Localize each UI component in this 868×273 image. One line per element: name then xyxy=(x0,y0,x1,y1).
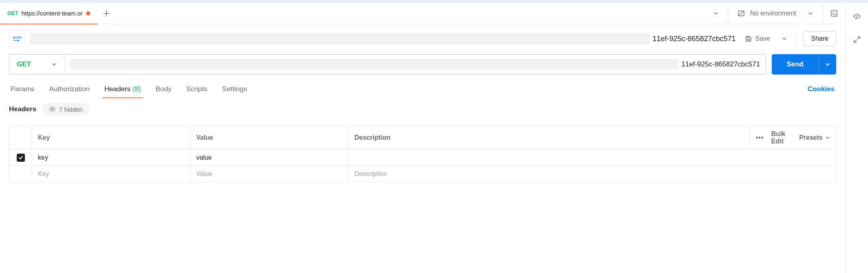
header-key-col: Key xyxy=(32,126,190,149)
tab-body[interactable]: Body xyxy=(154,82,173,98)
svg-text:HTTP: HTTP xyxy=(13,36,22,40)
request-tab[interactable]: GET https://content-team.or xyxy=(0,3,97,24)
tab-authorization[interactable]: Authorization xyxy=(48,82,91,98)
empty-value-input[interactable]: Value xyxy=(190,166,349,182)
chevron-down-icon xyxy=(51,62,57,67)
url-redacted xyxy=(71,59,678,70)
header-actions: ••• Bulk Edit Presets xyxy=(750,126,836,149)
row-value-input[interactable]: value xyxy=(190,150,349,165)
plus-icon xyxy=(103,10,110,17)
chevron-down-icon xyxy=(713,11,719,16)
table-empty-row: Key Value Description xyxy=(9,166,836,182)
chevron-down-icon xyxy=(808,11,813,16)
send-label: Send xyxy=(786,60,804,68)
tab-settings[interactable]: Settings xyxy=(220,82,248,98)
send-button-group: Send xyxy=(772,54,836,75)
url-suffix: 11ef-925c-865827cbc571 xyxy=(682,60,760,68)
environment-selector[interactable]: No environment xyxy=(728,3,822,24)
tab-bar: GET https://content-team.or No environme… xyxy=(0,3,845,24)
request-title[interactable]: 11ef-925c-865827cbc571 xyxy=(30,33,736,44)
chevron-down-icon xyxy=(825,135,830,140)
tabs-dropdown[interactable] xyxy=(704,11,728,16)
table-row: key value xyxy=(9,150,836,166)
eye-icon xyxy=(49,106,56,113)
variables-icon xyxy=(830,9,838,18)
new-tab-button[interactable] xyxy=(97,10,115,17)
save-dropdown[interactable] xyxy=(779,33,790,45)
environment-quicklook[interactable] xyxy=(822,3,845,24)
table-header-row: Key Value Description ••• Bulk Edit Pres… xyxy=(9,126,836,150)
headers-table: Key Value Description ••• Bulk Edit Pres… xyxy=(9,126,836,183)
svg-point-3 xyxy=(51,108,53,110)
tab-headers[interactable]: Headers (8) xyxy=(103,82,143,98)
more-icon[interactable]: ••• xyxy=(756,134,764,141)
cookies-link[interactable]: Cookies xyxy=(806,82,836,98)
no-environment-icon xyxy=(737,9,745,18)
row-checkbox[interactable] xyxy=(17,154,25,162)
check-icon xyxy=(18,155,24,161)
title-suffix: 11ef-925c-865827cbc571 xyxy=(653,35,736,43)
empty-key-input[interactable]: Key xyxy=(32,166,190,182)
presets-dropdown[interactable]: Presets xyxy=(799,134,830,141)
row-desc-input[interactable] xyxy=(349,150,836,165)
url-input[interactable]: 11ef-925c-865827cbc571 xyxy=(65,59,766,70)
send-dropdown[interactable] xyxy=(818,54,836,75)
send-button[interactable]: Send xyxy=(772,54,818,75)
headers-title: Headers xyxy=(9,105,36,113)
method-label: GET xyxy=(17,60,31,68)
row-key-input[interactable]: key xyxy=(32,150,190,165)
method-select[interactable]: GET xyxy=(9,55,65,74)
right-rail xyxy=(845,3,868,273)
expand-panel-button[interactable] xyxy=(853,35,861,44)
share-label: Share xyxy=(811,35,828,42)
header-desc-col: Description xyxy=(349,126,750,149)
save-button[interactable]: Save xyxy=(741,32,774,46)
header-value-col: Value xyxy=(190,126,349,149)
empty-checkbox[interactable] xyxy=(9,166,32,182)
chevron-down-icon xyxy=(825,62,830,67)
tab-method: GET xyxy=(7,10,18,16)
chevron-down-icon xyxy=(782,36,787,42)
tab-scripts[interactable]: Scripts xyxy=(184,82,209,98)
url-bar: GET 11ef-925c-865827cbc571 xyxy=(9,54,766,75)
empty-desc-input[interactable]: Description xyxy=(349,166,836,182)
http-badge: HTTP xyxy=(9,31,25,47)
title-redacted xyxy=(30,33,649,44)
tab-title: https://content-team.or xyxy=(22,10,83,17)
headers-count: (8) xyxy=(133,85,141,93)
http-icon: HTTP xyxy=(11,34,23,43)
expand-icon xyxy=(853,35,861,44)
environment-label: No environment xyxy=(750,10,796,17)
header-checkbox-col xyxy=(9,126,32,149)
unsaved-dot-icon xyxy=(86,11,90,15)
tab-params[interactable]: Params xyxy=(9,82,36,98)
code-panel-button[interactable] xyxy=(852,12,861,21)
hidden-headers-toggle[interactable]: 7 hidden xyxy=(42,103,89,115)
code-icon xyxy=(852,12,861,21)
hidden-count-label: 7 hidden xyxy=(59,106,83,113)
share-button[interactable]: Share xyxy=(803,31,836,46)
save-icon xyxy=(745,35,752,42)
save-label: Save xyxy=(755,35,770,42)
bulk-edit-button[interactable]: Bulk Edit xyxy=(771,130,792,145)
